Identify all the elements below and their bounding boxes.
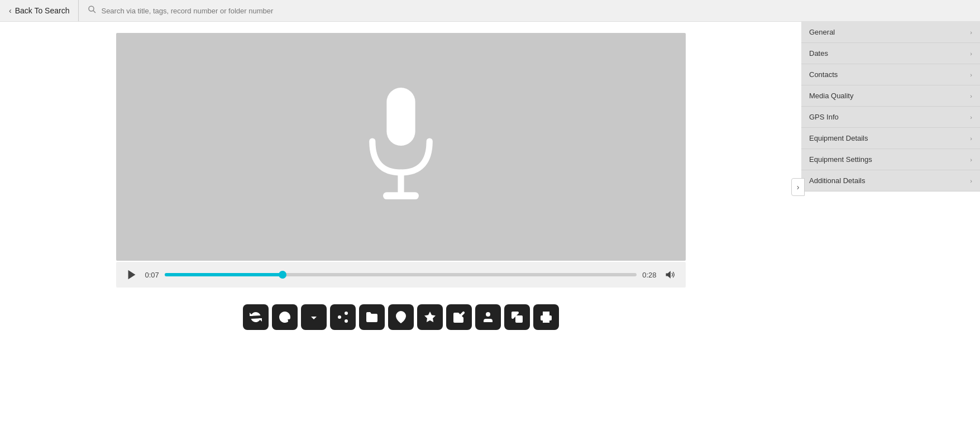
refresh-button[interactable] xyxy=(243,304,269,330)
chevron-icon: › xyxy=(970,71,972,78)
toolbar xyxy=(243,304,559,330)
chevron-icon: › xyxy=(970,156,972,163)
player-controls: 0:07 0:28 xyxy=(116,262,686,288)
sidebar-item-gps-info[interactable]: GPS Info› xyxy=(801,107,980,128)
sidebar-item-equipment-details[interactable]: Equipment Details› xyxy=(801,128,980,149)
email-button[interactable] xyxy=(272,304,298,330)
edit-button[interactable] xyxy=(446,304,472,330)
play-button[interactable] xyxy=(124,267,140,283)
search-bar xyxy=(79,5,980,16)
sidebar-toggle-button[interactable]: › xyxy=(791,178,805,196)
media-preview xyxy=(116,33,686,261)
back-to-search-button[interactable]: ‹ Back To Search xyxy=(0,0,79,21)
progress-bar[interactable] xyxy=(165,273,637,276)
svg-marker-14 xyxy=(424,312,436,322)
main-layout: 0:07 0:28 xyxy=(0,22,980,330)
search-input[interactable] xyxy=(101,7,971,15)
chevron-icon: › xyxy=(970,178,972,184)
time-current: 0:07 xyxy=(145,271,159,279)
location-button[interactable] xyxy=(388,304,414,330)
header: ‹ Back To Search xyxy=(0,0,980,22)
svg-rect-4 xyxy=(383,192,419,199)
sidebar-item-general[interactable]: General› xyxy=(801,22,980,43)
svg-point-9 xyxy=(338,315,341,319)
sidebar-items: General›Dates›Contacts›Media Quality›GPS… xyxy=(801,22,980,192)
svg-point-0 xyxy=(89,6,94,11)
svg-point-15 xyxy=(486,312,490,317)
time-total: 0:28 xyxy=(642,271,656,279)
svg-rect-16 xyxy=(515,315,523,323)
sidebar-item-contacts[interactable]: Contacts› xyxy=(801,64,980,85)
assign-button[interactable] xyxy=(475,304,501,330)
favourite-button[interactable] xyxy=(417,304,443,330)
sidebar-item-label: Media Quality xyxy=(809,92,853,100)
svg-line-12 xyxy=(341,314,345,317)
back-arrow-icon: ‹ xyxy=(9,6,12,15)
chevron-icon: › xyxy=(970,93,972,99)
content-area: 0:07 0:28 xyxy=(0,22,801,330)
sidebar-item-equipment-settings[interactable]: Equipment Settings› xyxy=(801,149,980,170)
chevron-icon: › xyxy=(970,29,972,36)
back-label: Back To Search xyxy=(15,6,70,15)
copy-button[interactable] xyxy=(504,304,530,330)
sidebar-item-dates[interactable]: Dates› xyxy=(801,43,980,64)
svg-rect-2 xyxy=(386,88,415,146)
chevron-right-icon: › xyxy=(797,183,800,192)
download-button[interactable] xyxy=(301,304,327,330)
sidebar-item-label: Contacts xyxy=(809,70,838,79)
sidebar-item-label: Equipment Settings xyxy=(809,155,872,164)
share-button[interactable] xyxy=(330,304,356,330)
svg-point-10 xyxy=(345,319,348,323)
svg-line-11 xyxy=(341,318,345,320)
print-button[interactable] xyxy=(533,304,559,330)
chevron-icon: › xyxy=(970,50,972,57)
media-wrapper: 0:07 0:28 xyxy=(116,33,686,288)
svg-rect-17 xyxy=(543,318,549,323)
volume-button[interactable] xyxy=(662,267,678,283)
sidebar-item-label: Additional Details xyxy=(809,176,865,185)
chevron-icon: › xyxy=(970,135,972,142)
svg-point-13 xyxy=(399,314,403,318)
chevron-icon: › xyxy=(970,114,972,121)
svg-point-8 xyxy=(345,312,348,315)
sidebar-item-label: GPS Info xyxy=(809,113,839,121)
sidebar-item-label: Dates xyxy=(809,49,828,58)
progress-handle[interactable] xyxy=(279,271,286,279)
microphone-icon xyxy=(356,82,446,212)
sidebar-item-media-quality[interactable]: Media Quality› xyxy=(801,85,980,107)
search-icon xyxy=(88,5,97,16)
right-sidebar: › General›Dates›Contacts›Media Quality›G… xyxy=(801,22,980,330)
sidebar-item-label: General xyxy=(809,28,835,36)
svg-line-1 xyxy=(93,11,95,13)
svg-marker-5 xyxy=(128,270,135,280)
svg-marker-6 xyxy=(666,271,670,278)
progress-fill xyxy=(165,273,283,276)
folder-button[interactable] xyxy=(359,304,385,330)
sidebar-item-label: Equipment Details xyxy=(809,134,868,142)
sidebar-item-additional-details[interactable]: Additional Details› xyxy=(801,170,980,192)
